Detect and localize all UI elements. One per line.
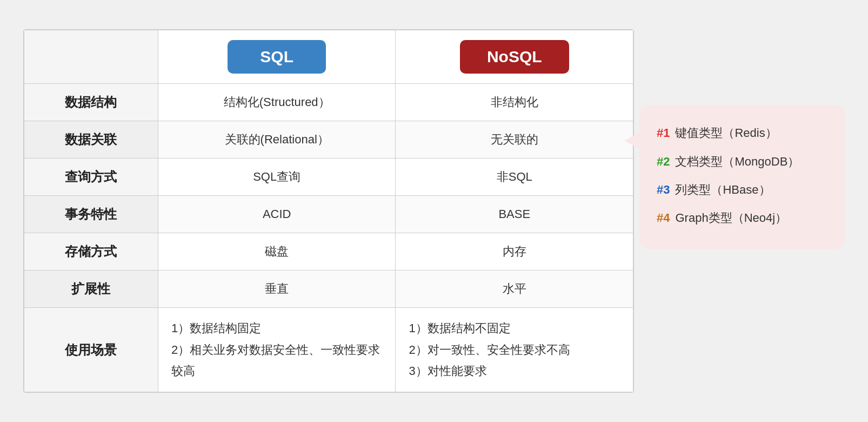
- table-row: 数据关联关联的(Relational）无关联的: [24, 121, 633, 159]
- callout-item: #3列类型（HBase）: [657, 177, 827, 203]
- header-nosql-col: NoSQL: [396, 30, 633, 84]
- feature-cell: 事务特性: [24, 196, 158, 233]
- feature-cell: 使用场景: [24, 308, 158, 392]
- comparison-table-wrapper: SQL NoSQL 数据结构结构化(Structured）非结构化数据关联关联的…: [23, 29, 634, 393]
- nosql-cell: 1）数据结构不固定2）对一致性、安全性要求不高3）对性能要求: [396, 308, 633, 392]
- callout-number: #4: [657, 205, 670, 231]
- callout-text: 列类型（HBase）: [675, 177, 770, 203]
- feature-cell: 数据结构: [24, 84, 158, 121]
- nosql-cell: 无关联的: [396, 121, 633, 159]
- sql-cell: 关联的(Relational）: [158, 121, 396, 159]
- sql-button: SQL: [228, 40, 326, 74]
- nosql-cell: 内存: [396, 233, 633, 271]
- callout-text: Graph类型（Neo4j）: [675, 205, 787, 231]
- header-sql-col: SQL: [158, 30, 396, 84]
- table-row: 查询方式SQL查询非SQL: [24, 159, 633, 196]
- nosql-cell: 非结构化: [396, 84, 633, 121]
- callout-item: #2文档类型（MongoDB）: [657, 149, 827, 175]
- callout-item: #1键值类型（Redis）: [657, 120, 827, 146]
- table-row: 扩展性垂直水平: [24, 271, 633, 308]
- table-row: 使用场景1）数据结构固定2）相关业务对数据安全性、一致性要求较高1）数据结构不固…: [24, 308, 633, 392]
- nosql-cell: 非SQL: [396, 159, 633, 196]
- callout-text: 文档类型（MongoDB）: [675, 149, 799, 175]
- callout-text: 键值类型（Redis）: [675, 120, 777, 146]
- callout-number: #1: [657, 120, 670, 146]
- sql-cell: 磁盘: [158, 233, 396, 271]
- sql-cell: 垂直: [158, 271, 396, 308]
- sql-cell: 1）数据结构固定2）相关业务对数据安全性、一致性要求较高: [158, 308, 396, 392]
- header-feature-col: [24, 30, 158, 84]
- sql-cell: ACID: [158, 196, 396, 233]
- sql-cell: SQL查询: [158, 159, 396, 196]
- callout-item: #4Graph类型（Neo4j）: [657, 205, 827, 231]
- table-row: 事务特性ACIDBASE: [24, 196, 633, 233]
- table-row: 存储方式磁盘内存: [24, 233, 633, 271]
- comparison-table: SQL NoSQL 数据结构结构化(Structured）非结构化数据关联关联的…: [24, 30, 633, 392]
- table-row: 数据结构结构化(Structured）非结构化: [24, 84, 633, 121]
- nosql-button: NoSQL: [460, 40, 569, 74]
- callout-number: #2: [657, 149, 670, 175]
- sql-cell: 结构化(Structured）: [158, 84, 396, 121]
- feature-cell: 查询方式: [24, 159, 158, 196]
- nosql-cell: 水平: [396, 271, 633, 308]
- feature-cell: 扩展性: [24, 271, 158, 308]
- nosql-cell: BASE: [396, 196, 633, 233]
- feature-cell: 数据关联: [24, 121, 158, 159]
- callout-number: #3: [657, 177, 670, 203]
- feature-cell: 存储方式: [24, 233, 158, 271]
- callout-bubble: #1键值类型（Redis）#2文档类型（MongoDB）#3列类型（HBase）…: [639, 105, 845, 249]
- main-container: SQL NoSQL 数据结构结构化(Structured）非结构化数据关联关联的…: [23, 29, 845, 393]
